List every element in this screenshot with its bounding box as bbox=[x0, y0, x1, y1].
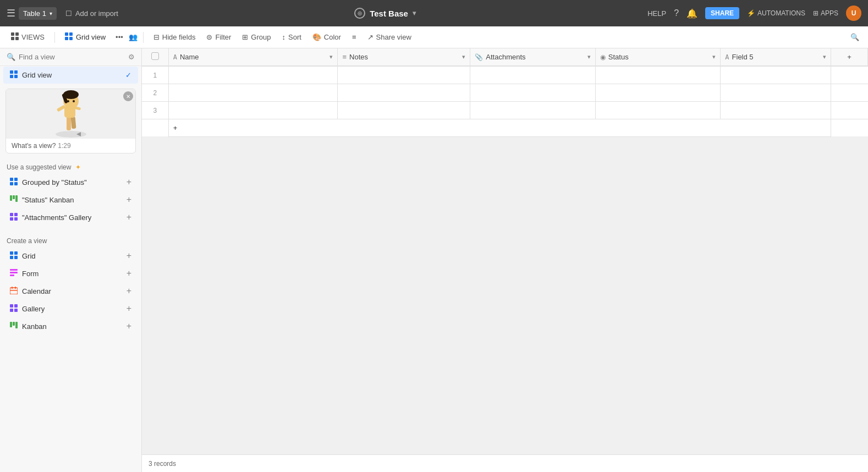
th-add-col[interactable]: + bbox=[831, 48, 868, 66]
svg-rect-11 bbox=[14, 75, 18, 78]
th-notes[interactable]: ≡ Notes ▾ bbox=[338, 48, 470, 66]
name-col-menu[interactable]: ▾ bbox=[329, 53, 333, 61]
td-field5-1[interactable] bbox=[721, 66, 831, 84]
td-notes-2[interactable] bbox=[338, 84, 470, 101]
td-attachments-1[interactable] bbox=[470, 66, 596, 84]
td-status-3[interactable] bbox=[595, 101, 721, 119]
create-form[interactable]: Form + bbox=[3, 265, 138, 282]
svg-rect-45 bbox=[10, 290, 18, 291]
filter-button[interactable]: ⊜ Filter bbox=[202, 31, 235, 43]
user-avatar[interactable]: U bbox=[846, 6, 861, 21]
table-selector[interactable]: Table 1 ▾ bbox=[19, 7, 57, 20]
more-options-button[interactable]: ••• bbox=[112, 31, 127, 43]
attach-col-menu[interactable]: ▾ bbox=[587, 53, 591, 61]
add-suggested-2[interactable]: + bbox=[127, 212, 131, 222]
td-name-2[interactable] bbox=[168, 84, 338, 101]
td-attachments-3[interactable] bbox=[470, 101, 596, 119]
grid-view-icon-sidebar bbox=[10, 70, 18, 80]
th-checkbox[interactable] bbox=[142, 48, 168, 66]
group-button[interactable]: ⊞ Group bbox=[238, 31, 275, 43]
svg-rect-31 bbox=[10, 213, 13, 216]
svg-rect-32 bbox=[14, 213, 18, 216]
td-attachments-2[interactable] bbox=[470, 84, 596, 101]
td-field5-3[interactable] bbox=[721, 101, 831, 119]
apps-button[interactable]: ⊞ APPS bbox=[813, 9, 838, 17]
add-suggested-0[interactable]: + bbox=[127, 177, 131, 187]
add-row-button[interactable]: + bbox=[168, 119, 831, 136]
create-calendar[interactable]: Calendar + bbox=[3, 283, 138, 299]
sort-button[interactable]: ↕ Sort bbox=[277, 31, 305, 43]
hide-fields-icon: ⊟ bbox=[153, 33, 160, 41]
create-gallery[interactable]: Gallery + bbox=[3, 300, 138, 317]
add-suggested-1[interactable]: + bbox=[127, 195, 131, 205]
th-attachments[interactable]: 📎 Attachments ▾ bbox=[470, 48, 596, 66]
sort-icon: ↕ bbox=[282, 33, 285, 41]
td-field5-2[interactable] bbox=[721, 84, 831, 101]
hamburger-icon[interactable]: ☰ bbox=[7, 7, 15, 19]
th-name[interactable]: A Name ▾ bbox=[168, 48, 338, 66]
td-check-1[interactable]: 1 bbox=[142, 66, 168, 84]
notes-col-menu[interactable]: ▾ bbox=[462, 53, 465, 61]
row-height-button[interactable]: ≡ bbox=[348, 31, 361, 43]
add-calendar-view[interactable]: + bbox=[127, 286, 131, 296]
hide-fields-button[interactable]: ⊟ Hide fields bbox=[149, 31, 200, 43]
help-label[interactable]: HELP bbox=[647, 9, 666, 18]
td-status-2[interactable] bbox=[595, 84, 721, 101]
notification-icon[interactable]: 🔔 bbox=[686, 8, 697, 19]
db-chevron[interactable]: ▾ bbox=[413, 9, 416, 17]
table-name: Table 1 bbox=[23, 9, 46, 18]
add-import-button[interactable]: ☐ Add or import bbox=[61, 7, 123, 20]
media-thumbnail[interactable] bbox=[6, 89, 135, 139]
svg-rect-50 bbox=[10, 322, 12, 327]
sidebar-item-grid-view[interactable]: Grid view ✓ bbox=[3, 67, 138, 84]
add-gallery-view[interactable]: + bbox=[127, 304, 131, 314]
create-kanban[interactable]: Kanban + bbox=[3, 318, 138, 334]
td-check-3[interactable]: 3 bbox=[142, 101, 168, 119]
views-button[interactable]: VIEWS bbox=[7, 30, 49, 44]
td-status-1[interactable] bbox=[595, 66, 721, 84]
suggested-gallery[interactable]: "Attachments" Gallery + bbox=[3, 209, 138, 226]
add-row[interactable]: + bbox=[142, 119, 868, 136]
grouped-icon bbox=[10, 178, 18, 187]
share-button[interactable]: SHARE bbox=[705, 7, 739, 19]
status-col-menu[interactable]: ▾ bbox=[712, 53, 716, 61]
svg-rect-38 bbox=[14, 256, 18, 259]
td-add-3 bbox=[831, 101, 868, 119]
calendar-create-icon bbox=[10, 287, 18, 296]
header-checkbox[interactable] bbox=[151, 52, 159, 60]
grid-view-tab[interactable]: Grid view bbox=[61, 30, 110, 44]
td-name-3[interactable] bbox=[168, 101, 338, 119]
svg-point-12 bbox=[56, 131, 86, 138]
add-grid-view[interactable]: + bbox=[127, 251, 131, 261]
td-add-2 bbox=[831, 84, 868, 101]
grid-table-wrapper[interactable]: A Name ▾ ≡ Notes ▾ bbox=[142, 48, 868, 454]
th-status[interactable]: ◉ Status ▾ bbox=[595, 48, 721, 66]
add-form-view[interactable]: + bbox=[127, 268, 131, 278]
suggested-grouped-status[interactable]: Grouped by "Status" + bbox=[3, 174, 138, 190]
help-icon[interactable]: ? bbox=[674, 8, 679, 18]
svg-rect-42 bbox=[10, 288, 18, 294]
collab-icon[interactable]: 👥 bbox=[129, 33, 138, 41]
td-notes-1[interactable] bbox=[338, 66, 470, 84]
search-icon[interactable]: 🔍 bbox=[848, 31, 861, 43]
field5-col-menu[interactable]: ▾ bbox=[823, 53, 826, 61]
media-close-button[interactable]: ✕ bbox=[123, 91, 133, 101]
suggested-kanban[interactable]: "Status" Kanban + bbox=[3, 191, 138, 208]
svg-rect-35 bbox=[10, 251, 13, 255]
automations-button[interactable]: ⚡ AUTOMATIONS bbox=[747, 9, 805, 17]
grid-area: A Name ▾ ≡ Notes ▾ bbox=[142, 48, 868, 472]
settings-icon[interactable]: ⚙ bbox=[128, 53, 135, 61]
automations-icon: ⚡ bbox=[747, 9, 755, 17]
td-notes-3[interactable] bbox=[338, 101, 470, 119]
create-grid[interactable]: Grid + bbox=[3, 248, 138, 264]
color-button[interactable]: 🎨 Color bbox=[308, 31, 345, 43]
attach-col-type-icon: 📎 bbox=[475, 53, 483, 61]
th-field5[interactable]: A Field 5 ▾ bbox=[721, 48, 831, 66]
svg-rect-41 bbox=[10, 275, 14, 276]
status-col-type-icon: ◉ bbox=[600, 53, 606, 61]
share-view-button[interactable]: ↗ Share view bbox=[363, 31, 416, 43]
add-kanban-view[interactable]: + bbox=[127, 321, 131, 331]
td-name-1[interactable] bbox=[168, 66, 338, 84]
search-input[interactable] bbox=[19, 53, 125, 61]
td-check-2[interactable]: 2 bbox=[142, 84, 168, 101]
